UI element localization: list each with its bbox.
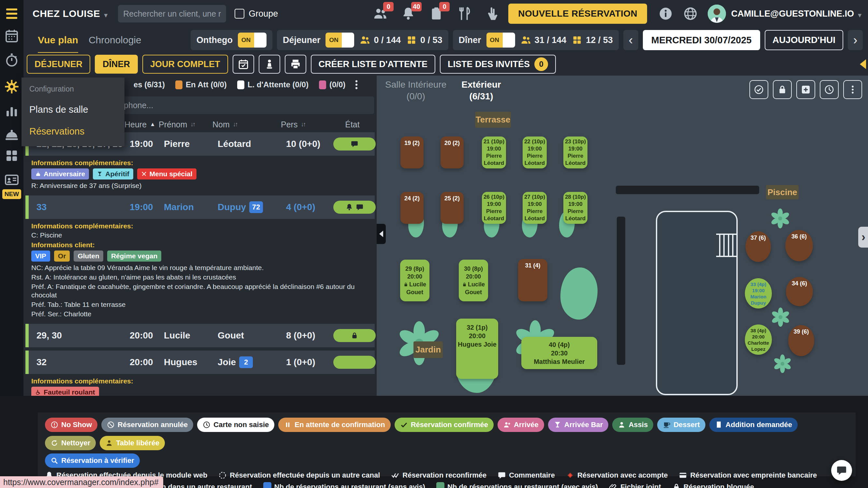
reservation-row[interactable]: 29, 30 20:00 Lucile Gouet 8 (0+0): [25, 324, 375, 347]
toolbar-d-jeuner-button[interactable]: DÉJEUNER: [27, 55, 90, 74]
floorplan-prev-room-button[interactable]: [377, 224, 386, 244]
column-header-État[interactable]: État: [328, 120, 377, 129]
status-pill[interactable]: [333, 329, 376, 342]
status-pill[interactable]: [333, 201, 376, 214]
toolbar-jour-complet-button[interactable]: JOUR COMPLET: [143, 55, 228, 74]
globe-icon[interactable]: [683, 6, 698, 21]
users-icon[interactable]: 0: [373, 6, 388, 21]
column-header-Nom[interactable]: Nom↓↑: [212, 120, 281, 129]
floor-table[interactable]: 27 (10p)19:00PierreLéotard: [523, 192, 547, 224]
floor-table[interactable]: 26 (10p)19:00PierreLéotard: [482, 192, 506, 224]
collapse-panel-icon[interactable]: [860, 59, 866, 69]
column-header-Heure[interactable]: Heure▲: [124, 120, 159, 129]
toolbar-printer-button[interactable]: [285, 55, 306, 74]
floor-table[interactable]: 28 (10p)19:00PierreLéotard: [563, 192, 587, 224]
floor-table[interactable]: 25 (2): [440, 192, 464, 224]
floor-table[interactable]: 31 (4): [518, 259, 548, 301]
prev-day-button[interactable]: ‹: [623, 30, 638, 50]
room-tab-ext-rieur[interactable]: Extérieur(6/31): [461, 79, 501, 102]
floor-table[interactable]: 37 (6): [745, 231, 771, 262]
bell-icon[interactable]: 40: [401, 6, 416, 21]
toolbar-d-ner-button[interactable]: DÎNER: [95, 55, 138, 74]
bell-icon: [345, 203, 353, 211]
new-badge: NEW: [2, 189, 21, 199]
hand-icon[interactable]: [485, 6, 500, 21]
filter-tab[interactable]: es (6/31): [128, 80, 170, 89]
reservation-row[interactable]: 33 19:00 Marion Dupuy72 4 (0+0): [25, 195, 375, 219]
floor-table[interactable]: 23 (10p)19:00PierreLéotard: [563, 136, 587, 168]
hamburger-menu-icon[interactable]: [0, 0, 24, 27]
tab-chronologie[interactable]: Chronologie: [89, 35, 142, 45]
floorplan-dots-v-button[interactable]: [843, 80, 862, 99]
sidebar-chart-icon[interactable]: [4, 103, 20, 119]
floorplan-check-circle-button[interactable]: [749, 80, 768, 99]
sidebar-calendar-icon[interactable]: [4, 28, 20, 44]
floor-table[interactable]: 38 (4p)20:00CharlotteLopez: [745, 324, 772, 355]
room-tab-salle-int-rieure[interactable]: Salle Intérieure(0/0): [385, 79, 446, 102]
client-search-input[interactable]: [118, 5, 226, 23]
restaurant-name[interactable]: CHEZ LOUISE: [33, 8, 100, 19]
guests-count: 0 / 144: [360, 35, 401, 45]
floor-table[interactable]: 39 (6): [788, 325, 814, 356]
utensils-icon[interactable]: [457, 6, 472, 21]
more-filters-icon[interactable]: [350, 79, 362, 91]
new-reservation-button[interactable]: NOUVELLE RÉSERVATION: [508, 4, 647, 24]
onthego-toggle[interactable]: ON: [238, 33, 267, 47]
floor-table[interactable]: 22 (10p)19:00PierreLéotard: [523, 136, 547, 168]
reservation-group: 29, 30 20:00 Lucile Gouet 8 (0+0): [25, 324, 375, 347]
plant-flower-icon: [773, 354, 792, 378]
today-button[interactable]: AUJOURD'HUI: [765, 30, 843, 50]
floor-table[interactable]: 36 (6): [785, 230, 813, 261]
sidebar-stopwatch-icon[interactable]: [4, 52, 20, 68]
floor-table[interactable]: 30 (8p)20:00LucileGouet: [459, 260, 488, 301]
floor-table[interactable]: 24 (2): [400, 192, 424, 224]
reservation-row[interactable]: 32 20:00 Hugues Joie2 1 (0+0): [25, 351, 375, 374]
table-line: Gouet: [406, 288, 423, 296]
floor-table[interactable]: 33 (4p)19:00MarionDupuy: [745, 278, 772, 308]
info-icon[interactable]: [658, 6, 673, 21]
table-line: 38 (4p): [750, 327, 766, 334]
floorplan-lock-button[interactable]: [773, 80, 792, 99]
sidebar-cloche-icon[interactable]: [4, 127, 20, 143]
create-waitlist-button[interactable]: CRÉER LISTE D'ATTENTE: [311, 55, 435, 74]
status-pill[interactable]: [333, 137, 376, 151]
account-email[interactable]: CAMILLE@GUESTONLINE.IO: [731, 9, 854, 19]
menu-item-r-servations[interactable]: Réservations: [22, 121, 124, 142]
floorplan-plus-square-button[interactable]: [796, 80, 815, 99]
floor-table[interactable]: 19 (2): [400, 136, 424, 168]
floor-table[interactable]: 40 (4p)20:30Matthias Meulier: [521, 337, 597, 369]
info-badge: Fauteuil roulant: [31, 387, 99, 396]
floorplan-clock-button[interactable]: [820, 80, 839, 99]
floor-table[interactable]: 20 (2): [440, 136, 464, 168]
sidebar-gear-icon[interactable]: [4, 79, 20, 95]
avatar[interactable]: [708, 5, 726, 23]
column-header-Prénom[interactable]: Prénom↓↑: [159, 120, 212, 129]
filter-tab[interactable]: L. d'Attente (0/0): [232, 80, 314, 89]
floor-table[interactable]: 21 (10p)19:00PierreLéotard: [482, 136, 506, 168]
floor-table[interactable]: 34 (6): [786, 277, 813, 306]
service-toggle[interactable]: ON: [326, 33, 354, 47]
service-toggle[interactable]: ON: [487, 33, 515, 47]
toolbar-calendar-check-button[interactable]: [232, 55, 254, 74]
status-pill[interactable]: [333, 356, 376, 369]
chat-launcher-button[interactable]: [831, 460, 852, 481]
clipboard-icon[interactable]: 0: [429, 6, 444, 21]
guest-list-button[interactable]: LISTE DES INVITÉS 0: [440, 55, 556, 74]
current-date-button[interactable]: MERCREDI 30/07/2025: [643, 30, 760, 50]
sidebar-apps-icon[interactable]: [4, 148, 20, 164]
floor-plan-panel: Salle Intérieure(0/0)Extérieur(6/31) Ter…: [377, 75, 868, 396]
sidebar-idcard-icon[interactable]: [4, 172, 20, 188]
toolbar-host-button[interactable]: [259, 55, 280, 74]
legend-item: Réservation bloquée: [672, 483, 754, 488]
tab-vue-plan[interactable]: Vue plan: [38, 35, 78, 45]
filter-tab[interactable]: (0/0): [314, 80, 350, 89]
filter-tab[interactable]: En Att (0/0): [170, 80, 232, 89]
floor-table[interactable]: 29 (8p)20:00LucileGouet: [400, 260, 429, 301]
column-header-Pers[interactable]: Pers↓↑: [281, 120, 328, 129]
next-day-button[interactable]: ›: [848, 30, 863, 50]
group-checkbox-label: Groupe: [249, 9, 278, 19]
menu-item-plans-de-salle[interactable]: Plans de salle: [22, 99, 124, 121]
floor-table[interactable]: 32 (1p)20:00Hugues Joie: [456, 319, 498, 379]
group-checkbox[interactable]: [235, 9, 244, 19]
floorplan-next-room-button[interactable]: ›: [858, 227, 868, 248]
